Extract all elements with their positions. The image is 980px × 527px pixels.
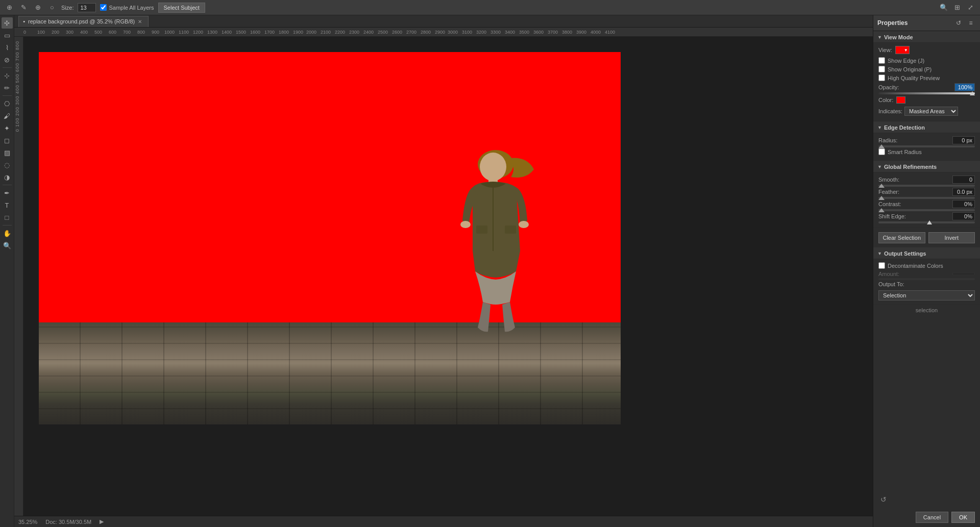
invert-button[interactable]: Invert — [928, 232, 975, 243]
smooth-label: Smooth: — [878, 177, 899, 183]
workspace-icon[interactable]: ⊞ — [951, 2, 963, 13]
indicates-row: Indicates: Masked Areas Selected Areas — [878, 107, 975, 116]
feather-value[interactable]: 0.0 px — [952, 188, 975, 196]
main-area: ✣ ▭ ⌇ ⊘ ⊹ ✏ ⎔ 🖌 ✦ ◻ ▨ ◌ ◑ ✒ T □ ✋ 🔍 ⦁ re… — [0, 15, 980, 527]
tool-eyedropper[interactable]: ✏ — [2, 82, 13, 93]
app-icon[interactable]: ⊕ — [4, 3, 14, 13]
canvas-area: ⦁ replace background.psd @ 35.2% (RGB/8)… — [14, 15, 873, 527]
edge-detection-arrow: ▼ — [877, 125, 882, 130]
shift-edge-label: Shift Edge: — [878, 213, 906, 219]
tool-icon-2[interactable]: ⊕ — [33, 3, 43, 13]
view-mode-body: View: ▼ Show Edge (J) Show Original (P) … — [873, 43, 980, 121]
radius-value[interactable]: 0 px — [952, 136, 975, 144]
document-tab[interactable]: ⦁ replace background.psd @ 35.2% (RGB/8)… — [18, 16, 149, 27]
tool-quick-select[interactable]: ⊘ — [2, 54, 13, 65]
panel-icon-menu[interactable]: ≡ — [966, 18, 976, 28]
edge-detection-label: Edge Detection — [884, 124, 925, 131]
ruler-left-col: 0 100 200 300 400 500 600 700 800 — [14, 37, 873, 516]
output-to-row: Output To: — [878, 281, 975, 287]
tool-patch[interactable]: ⎔ — [2, 98, 13, 109]
opacity-value[interactable]: 100% — [954, 83, 975, 91]
smart-radius-row: Smart Radius — [878, 148, 975, 155]
show-edge-row: Show Edge (J) — [878, 57, 975, 64]
cancel-button[interactable]: Cancel — [916, 512, 948, 523]
tool-text[interactable]: T — [2, 199, 13, 211]
color-swatch[interactable] — [896, 96, 905, 104]
global-refinements-label: Global Refinements — [884, 164, 937, 170]
tool-icon-1[interactable]: ✎ — [18, 3, 29, 13]
ok-button[interactable]: OK — [951, 512, 975, 523]
tool-icon-3[interactable]: ○ — [47, 3, 57, 13]
shift-edge-slider[interactable] — [878, 221, 975, 223]
show-original-checkbox[interactable] — [878, 66, 885, 72]
action-buttons-row: Clear Selection Invert — [873, 228, 980, 247]
panel-title-bar: Properties ↺ ≡ — [873, 15, 980, 31]
top-right-icons: 🔍 ⊞ ⤢ — [938, 2, 976, 13]
tool-lasso[interactable]: ⌇ — [2, 42, 13, 53]
indicates-select[interactable]: Masked Areas Selected Areas — [904, 107, 958, 116]
smart-radius-checkbox[interactable] — [878, 148, 885, 155]
contrast-value[interactable]: 0% — [952, 200, 975, 208]
shift-edge-value[interactable]: 0% — [952, 212, 975, 220]
tool-eraser[interactable]: ◻ — [2, 135, 13, 146]
select-subject-button[interactable]: Select Subject — [158, 3, 205, 13]
canvas-image — [39, 52, 621, 424]
opacity-slider[interactable] — [878, 92, 975, 94]
expand-icon[interactable]: ⤢ — [965, 2, 976, 13]
arrow-indicator[interactable]: ▶ — [100, 518, 104, 525]
output-to-select[interactable]: Selection Layer Mask New Layer New Layer… — [878, 290, 975, 300]
size-label: Size: — [61, 5, 74, 11]
edge-detection-section-header[interactable]: ▼ Edge Detection — [873, 121, 980, 133]
size-input[interactable] — [78, 3, 96, 12]
bottom-buttons: Cancel OK — [873, 508, 980, 527]
sample-all-layers-checkbox[interactable] — [100, 4, 107, 11]
high-quality-row: High Quality Preview — [878, 74, 975, 81]
selection-info: selection — [873, 305, 980, 314]
tab-modified-indicator: ⦁ — [23, 18, 25, 25]
tab-filename: replace background.psd @ 35.2% (RGB/8) — [28, 18, 135, 24]
tool-crop[interactable]: ⊹ — [2, 70, 13, 81]
contrast-slider[interactable] — [878, 209, 975, 211]
output-to-label: Output To: — [878, 281, 904, 287]
opacity-row: Opacity: 100% — [878, 83, 975, 91]
tool-brush[interactable]: 🖌 — [2, 110, 13, 121]
high-quality-checkbox[interactable] — [878, 74, 885, 81]
canvas-scroll[interactable] — [23, 37, 873, 516]
panel-spacer — [873, 314, 980, 491]
output-settings-section-header[interactable]: ▼ Output Settings — [873, 247, 980, 259]
tab-close-button[interactable]: ✕ — [138, 19, 142, 24]
tool-gradient[interactable]: ▨ — [2, 147, 13, 158]
show-edge-label: Show Edge (J) — [888, 58, 924, 64]
shift-edge-row: Shift Edge: 0% — [878, 212, 975, 220]
radius-slider[interactable] — [878, 145, 975, 147]
tool-pen[interactable]: ✒ — [2, 187, 13, 198]
tool-select-rect[interactable]: ▭ — [2, 30, 13, 41]
woman-figure — [442, 149, 549, 363]
decontaminate-colors-checkbox[interactable] — [878, 262, 885, 269]
smooth-slider[interactable] — [878, 185, 975, 187]
tool-shape[interactable]: □ — [2, 212, 13, 223]
tool-zoom[interactable]: 🔍 — [2, 240, 13, 251]
panel-refresh-button[interactable]: ↺ — [878, 494, 889, 505]
sample-all-layers-wrap: Sample All Layers — [100, 4, 154, 11]
tool-move[interactable]: ✣ — [2, 17, 13, 29]
left-toolbar: ✣ ▭ ⌇ ⊘ ⊹ ✏ ⎔ 🖌 ✦ ◻ ▨ ◌ ◑ ✒ T □ ✋ 🔍 — [0, 15, 14, 527]
global-refinements-section-header[interactable]: ▼ Global Refinements — [873, 161, 980, 172]
view-mode-label: View Mode — [884, 34, 913, 40]
tool-blur[interactable]: ◌ — [2, 159, 13, 170]
tool-hand[interactable]: ✋ — [2, 228, 13, 239]
show-edge-checkbox[interactable] — [878, 57, 885, 64]
view-mode-section-header[interactable]: ▼ View Mode — [873, 31, 980, 43]
view-mode-arrow: ▼ — [877, 35, 882, 40]
tool-dodge[interactable]: ◑ — [2, 171, 13, 183]
view-color-swatch[interactable]: ▼ — [895, 46, 910, 54]
tool-clone[interactable]: ✦ — [2, 122, 13, 134]
view-swatch-arrow: ▼ — [904, 48, 908, 53]
smooth-value[interactable]: 0 — [952, 175, 975, 184]
panel-icon-refresh[interactable]: ↺ — [953, 18, 964, 28]
view-swatch-container[interactable]: ▼ — [895, 46, 910, 54]
feather-slider[interactable] — [878, 197, 975, 199]
search-icon[interactable]: 🔍 — [938, 2, 949, 13]
selection-text: selection — [916, 307, 938, 313]
clear-selection-button[interactable]: Clear Selection — [878, 232, 925, 243]
